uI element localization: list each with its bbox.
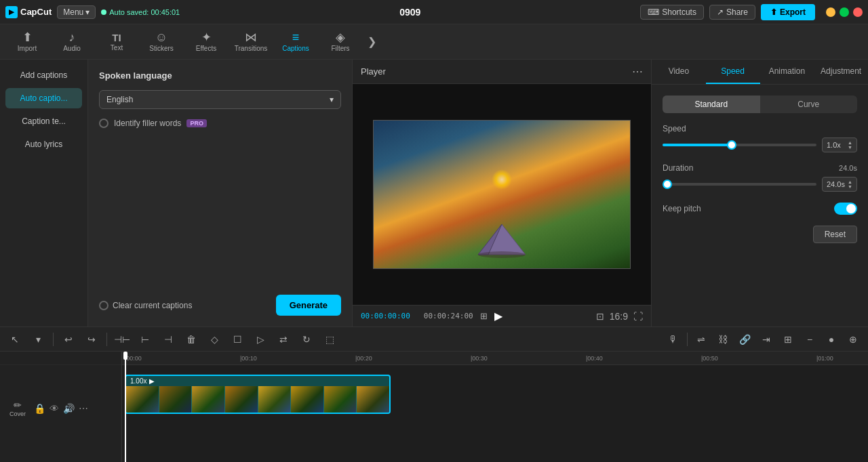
captions-label: Captions <box>282 45 309 52</box>
tool-transitions[interactable]: ⋈ Transitions <box>229 26 273 58</box>
align-right-button[interactable]: ⊣ <box>159 330 178 349</box>
text-icon: TI <box>112 33 121 43</box>
dot-button[interactable]: ● <box>822 330 841 349</box>
visibility-icon[interactable]: 👁 <box>50 403 59 414</box>
cover-button[interactable]: ✏ Cover <box>5 400 30 417</box>
transitions-label: Transitions <box>235 45 268 52</box>
speed-control: Speed 1.0x ▲ ▼ <box>663 124 857 152</box>
zoom-fit-button[interactable]: ⊡ <box>596 311 604 322</box>
video-tent <box>475 221 529 258</box>
zoom-in-button[interactable]: ⊕ <box>844 330 863 349</box>
duration-value-arrows[interactable]: ▲ ▼ <box>848 180 852 189</box>
close-button[interactable] <box>853 7 863 17</box>
share-button[interactable]: ↗ Share <box>709 5 755 20</box>
player-menu-button[interactable]: ⋯ <box>632 65 643 78</box>
tool-import[interactable]: ⬆ Import <box>5 26 49 58</box>
reset-button[interactable]: Reset <box>813 226 857 243</box>
minus-button[interactable]: − <box>800 330 819 349</box>
clip-thumb-5 <box>258 386 291 413</box>
chain-button[interactable]: ⛓ <box>713 330 732 349</box>
generate-button[interactable]: Generate <box>276 295 341 316</box>
crop-button[interactable]: ☐ <box>228 330 247 349</box>
playhead-head[interactable] <box>123 352 127 360</box>
tool-filters[interactable]: ◈ Filters <box>319 26 362 58</box>
left-panel: Add captions Auto captio... Caption te..… <box>0 60 88 327</box>
transform-button[interactable]: ⬚ <box>320 330 339 349</box>
ruler-mark-1: |00:10 <box>240 355 257 362</box>
copy-button[interactable]: ⊞ <box>778 330 797 349</box>
speed-slider[interactable] <box>663 144 816 146</box>
speed-mode-selector: Standard Curve <box>663 96 857 113</box>
audio-label: Audio <box>63 45 81 52</box>
fullscreen-button[interactable]: ⛶ <box>633 311 643 322</box>
menu-button[interactable]: Menu ▾ <box>57 5 96 19</box>
autosave-text: Auto saved: 00:45:01 <box>109 8 180 16</box>
app-name: CapCut <box>20 7 52 17</box>
player-controls: 00:00:00:00 00:00:24:00 ⊞ ▶ ⊡ 16:9 ⛶ <box>353 305 651 327</box>
aspect-ratio-button[interactable]: 16:9 <box>610 311 628 322</box>
redo-button[interactable]: ↪ <box>82 330 101 349</box>
align-left-button[interactable]: ⊢ <box>136 330 155 349</box>
speed-value-arrows[interactable]: ▲ ▼ <box>848 140 852 150</box>
speed-slider-thumb[interactable] <box>727 140 736 150</box>
add-captions-button[interactable]: Add captions <box>5 65 82 85</box>
tool-audio[interactable]: ♪ Audio <box>50 26 94 58</box>
tab-video[interactable]: Video <box>652 60 706 84</box>
split-audio-button[interactable]: ⇥ <box>757 330 776 349</box>
language-select[interactable]: English ▾ <box>99 90 341 109</box>
keyframe-button[interactable]: ◇ <box>205 330 224 349</box>
curve-mode-button[interactable]: Curve <box>760 96 858 113</box>
identify-filler-checkbox[interactable] <box>99 119 108 128</box>
toolbar-more-button[interactable]: ❯ <box>363 34 380 50</box>
tab-speed[interactable]: Speed <box>706 60 760 84</box>
auto-lyrics-button[interactable]: Auto lyrics <box>5 134 82 154</box>
link-clips-button[interactable]: ⇌ <box>692 330 711 349</box>
standard-mode-button[interactable]: Standard <box>663 96 760 113</box>
lock-icon[interactable]: 🔒 <box>34 403 45 414</box>
audio-track-icon[interactable]: 🔊 <box>63 403 75 414</box>
tool-text[interactable]: TI Text <box>95 26 138 58</box>
timeline-tracks[interactable]: |00:00 |00:10 |00:20 |00:30 |00:40 |00:5… <box>122 352 868 462</box>
duration-slider[interactable] <box>663 183 816 186</box>
auto-captions-button[interactable]: Auto captio... <box>5 88 82 108</box>
rotate-button[interactable]: ↻ <box>297 330 316 349</box>
maximize-button[interactable] <box>840 7 849 17</box>
play-button[interactable]: ▶ <box>494 310 502 322</box>
video-clip[interactable]: 1.00x ▶ <box>125 375 391 414</box>
play-timeline-button[interactable]: ▷ <box>251 330 270 349</box>
tab-adjustment[interactable]: Adjustment <box>814 60 868 84</box>
mic-button[interactable]: 🎙 <box>664 330 683 349</box>
select-tool-button[interactable]: ↖ <box>5 330 24 349</box>
export-button[interactable]: ⬆ Export <box>761 4 815 20</box>
ruler-mark-4: |00:40 <box>586 355 603 362</box>
tool-stickers[interactable]: ☺ Stickers <box>140 26 183 58</box>
keep-pitch-toggle[interactable] <box>834 203 857 215</box>
tab-animation[interactable]: Animation <box>760 60 814 84</box>
right-tabs: Video Speed Animation Adjustment <box>652 60 868 85</box>
grid-view-button[interactable]: ⊞ <box>480 311 488 321</box>
speed-label: Speed <box>663 124 857 133</box>
player-area: Player ⋯ 00:00:00:00 <box>353 60 651 327</box>
tool-captions[interactable]: ≡ Captions <box>274 26 317 58</box>
ruler-mark-6: |01:00 <box>816 355 833 362</box>
split-button[interactable]: ⊣⊢ <box>113 330 132 349</box>
delete-button[interactable]: 🗑 <box>182 330 201 349</box>
undo-button[interactable]: ↩ <box>59 330 78 349</box>
project-time: 0909 <box>399 7 420 18</box>
mirror-button[interactable]: ⇄ <box>274 330 293 349</box>
minimize-button[interactable] <box>826 7 835 17</box>
shortcuts-button[interactable]: ⌨ Shortcuts <box>640 5 704 20</box>
player-header: Player ⋯ <box>353 60 651 84</box>
duration-slider-row: 24.0s ▲ ▼ <box>663 177 857 192</box>
duration-slider-thumb[interactable] <box>663 180 672 189</box>
tool-effects[interactable]: ✦ Effects <box>184 26 228 58</box>
caption-templates-button[interactable]: Caption te... <box>5 111 82 131</box>
shortcuts-label: Shortcuts <box>662 7 696 17</box>
tl-dropdown-button[interactable]: ▾ <box>28 330 47 349</box>
speed-slider-row: 1.0x ▲ ▼ <box>663 138 857 152</box>
unlink-button[interactable]: 🔗 <box>735 330 754 349</box>
audio-icon: ♪ <box>69 31 75 43</box>
autosave-dot <box>101 9 106 15</box>
more-options-icon[interactable]: ⋯ <box>79 403 88 414</box>
clear-captions-checkbox[interactable] <box>99 301 108 310</box>
